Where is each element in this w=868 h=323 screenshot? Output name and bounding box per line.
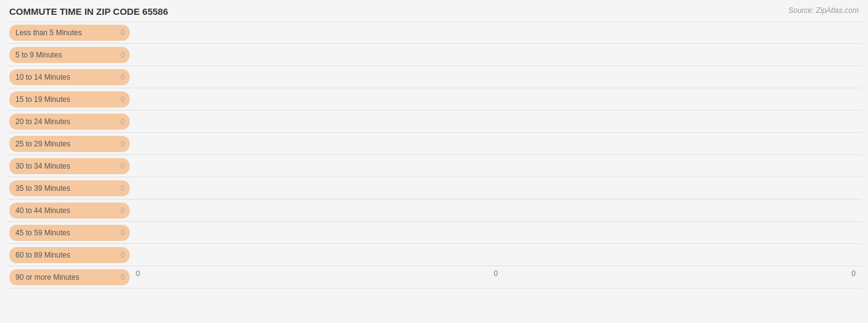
- bar-value: 0: [120, 184, 125, 193]
- table-row: 20 to 24 Minutes0: [6, 111, 862, 133]
- bar-value: 0: [120, 117, 125, 126]
- bar-track: [130, 22, 862, 43]
- bar-chart: Less than 5 Minutes05 to 9 Minutes010 to…: [6, 22, 862, 267]
- bar-label: 20 to 24 Minutes: [15, 117, 70, 126]
- bar-label: 35 to 39 Minutes: [15, 184, 70, 193]
- bar-track: [130, 88, 862, 110]
- bar-value: 0: [120, 51, 125, 59]
- bar-track: [130, 111, 862, 132]
- list-item: 20 to 24 Minutes0: [9, 114, 130, 130]
- bar-value: 0: [120, 95, 125, 104]
- table-row: 35 to 39 Minutes0: [6, 177, 862, 199]
- table-row: 15 to 19 Minutes0: [6, 88, 862, 111]
- bar-label: 5 to 9 Minutes: [15, 51, 62, 59]
- bar-label: 30 to 34 Minutes: [15, 162, 70, 170]
- list-item: 10 to 14 Minutes0: [9, 69, 130, 85]
- table-row: 90 or more Minutes0: [6, 266, 862, 288]
- bar-value: 0: [120, 206, 125, 215]
- table-row: 30 to 34 Minutes0: [6, 155, 862, 177]
- table-row: 25 to 29 Minutes0: [6, 133, 862, 155]
- bar-track: [130, 155, 862, 177]
- table-row: 40 to 44 Minutes0: [6, 199, 862, 222]
- bar-track: [130, 44, 862, 65]
- bar-label: 60 to 89 Minutes: [15, 251, 70, 259]
- list-item: 40 to 44 Minutes0: [9, 203, 130, 219]
- bar-track: [130, 66, 862, 88]
- bar-label: 90 or more Minutes: [15, 273, 79, 282]
- table-row: 5 to 9 Minutes0: [6, 44, 862, 66]
- bar-track: [130, 177, 862, 199]
- list-item: Less than 5 Minutes0: [9, 25, 130, 41]
- bar-label: 45 to 59 Minutes: [15, 229, 70, 237]
- bar-value: 0: [120, 251, 125, 259]
- source-label: Source: ZipAtlas.com: [788, 6, 859, 15]
- bar-value: 0: [120, 229, 125, 237]
- bar-track: [130, 244, 862, 266]
- chart-container: COMMUTE TIME IN ZIP CODE 65586 Source: Z…: [0, 0, 868, 323]
- table-row: 10 to 14 Minutes0: [6, 66, 862, 88]
- bar-label: 10 to 14 Minutes: [15, 73, 70, 82]
- bar-track: [130, 199, 862, 221]
- list-item: 5 to 9 Minutes0: [9, 47, 130, 63]
- table-row: 45 to 59 Minutes0: [6, 222, 862, 244]
- list-item: 90 or more Minutes0: [9, 269, 130, 285]
- list-item: 35 to 39 Minutes0: [9, 180, 130, 196]
- bar-track: [130, 222, 862, 243]
- bar-track: [130, 266, 862, 288]
- bar-track: [130, 133, 862, 154]
- bar-value: 0: [120, 162, 125, 170]
- bar-value: 0: [120, 73, 125, 82]
- bar-label: 40 to 44 Minutes: [15, 206, 70, 215]
- bar-label: 15 to 19 Minutes: [15, 95, 70, 104]
- bar-value: 0: [120, 28, 125, 37]
- bar-value: 0: [120, 273, 125, 282]
- table-row: 60 to 89 Minutes0: [6, 244, 862, 266]
- chart-area: Less than 5 Minutes05 to 9 Minutes010 to…: [6, 22, 862, 283]
- list-item: 45 to 59 Minutes0: [9, 225, 130, 241]
- list-item: 30 to 34 Minutes0: [9, 158, 130, 174]
- list-item: 25 to 29 Minutes0: [9, 136, 130, 152]
- list-item: 15 to 19 Minutes0: [9, 91, 130, 107]
- chart-title: COMMUTE TIME IN ZIP CODE 65586: [6, 6, 862, 17]
- list-item: 60 to 89 Minutes0: [9, 247, 130, 263]
- bar-label: Less than 5 Minutes: [15, 28, 81, 37]
- bar-value: 0: [120, 140, 125, 148]
- table-row: Less than 5 Minutes0: [6, 22, 862, 44]
- bar-label: 25 to 29 Minutes: [15, 140, 70, 148]
